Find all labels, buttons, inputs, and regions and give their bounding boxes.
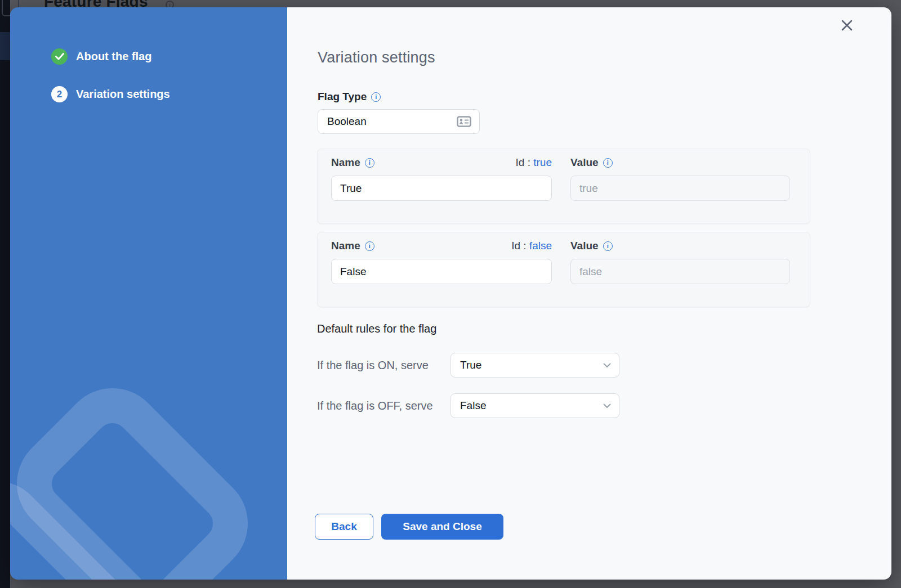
variation-value-input[interactable] <box>570 176 790 201</box>
flag-on-serve-select[interactable]: True <box>450 353 619 378</box>
flag-type-label-text: Flag Type <box>318 91 367 103</box>
close-icon <box>840 18 854 33</box>
flag-on-selected-value: True <box>460 359 481 371</box>
info-icon[interactable]: i <box>365 158 374 168</box>
flag-type-select[interactable]: Boolean <box>318 109 480 134</box>
variation-card-true: Name i Id : true Value i <box>317 149 810 224</box>
variation-id: Id : true <box>516 156 552 169</box>
step-label: About the flag <box>76 50 151 63</box>
info-icon[interactable]: i <box>603 241 613 251</box>
id-value-text: true <box>533 156 552 168</box>
flag-wizard-modal: About the flag 2 Variation settings Vari… <box>10 7 891 580</box>
variation-name-input[interactable] <box>331 176 552 201</box>
variation-value-input[interactable] <box>570 259 790 284</box>
name-label-text: Name <box>331 156 360 169</box>
name-label-text: Name <box>331 240 360 252</box>
chevron-down-icon <box>603 403 611 409</box>
flag-type-label: Flag Type i <box>318 91 381 103</box>
modal-footer: Back Save and Close <box>315 514 503 540</box>
flag-type-card-icon <box>457 116 471 127</box>
flag-off-rule-label: If the flag is OFF, serve <box>317 400 450 412</box>
info-icon[interactable]: i <box>603 158 613 168</box>
variation-value-label: Value i <box>570 156 613 169</box>
variation-card-false: Name i Id : false Value i <box>317 232 810 307</box>
variation-value-label: Value i <box>570 240 613 252</box>
chevron-down-icon <box>603 363 611 368</box>
variation-name-label: Name i <box>331 240 374 252</box>
variation-id: Id : false <box>511 240 552 252</box>
variation-name-label: Name i <box>331 156 374 169</box>
flag-off-selected-value: False <box>460 400 486 412</box>
variation-name-input[interactable] <box>331 259 552 284</box>
id-label-text: Id : <box>511 240 526 252</box>
flag-type-selected-value: Boolean <box>327 115 367 128</box>
background-sidebar-active-item <box>0 32 10 60</box>
flag-on-rule-label: If the flag is ON, serve <box>317 359 450 372</box>
value-label-text: Value <box>570 240 599 252</box>
save-and-close-button[interactable]: Save and Close <box>381 514 503 540</box>
panel-title: Variation settings <box>318 49 435 66</box>
wizard-step-about-the-flag[interactable]: About the flag <box>51 48 287 65</box>
wizard-sidebar: About the flag 2 Variation settings <box>10 7 287 580</box>
step-label: Variation settings <box>76 88 170 101</box>
value-label-text: Value <box>570 156 599 169</box>
info-icon[interactable]: i <box>371 92 381 102</box>
wizard-steps: About the flag 2 Variation settings <box>10 7 287 102</box>
id-label-text: Id : <box>516 156 530 168</box>
flag-off-serve-select[interactable]: False <box>450 393 619 418</box>
background-app-sidebar <box>0 0 10 588</box>
back-button[interactable]: Back <box>315 514 373 540</box>
close-button[interactable] <box>837 16 857 35</box>
step-completed-check-icon <box>51 48 68 65</box>
id-value-text: false <box>529 240 552 252</box>
variation-settings-panel: Variation settings Flag Type i Boolean N… <box>287 7 891 580</box>
wizard-step-variation-settings[interactable]: 2 Variation settings <box>51 86 287 102</box>
step-number-badge: 2 <box>51 86 68 102</box>
info-icon[interactable]: i <box>365 241 374 251</box>
default-rules-title: Default rules for the flag <box>317 322 436 335</box>
